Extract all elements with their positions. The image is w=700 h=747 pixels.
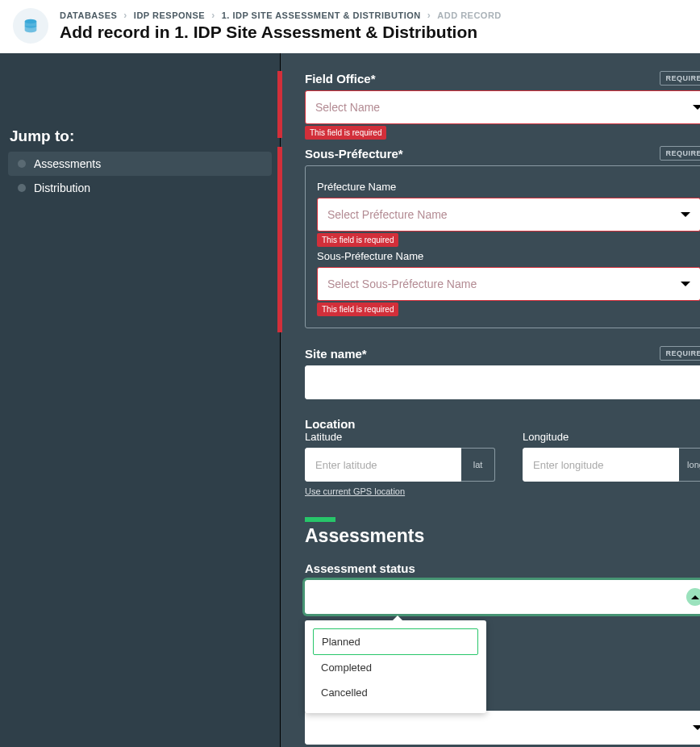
site-name-input[interactable] bbox=[305, 365, 700, 399]
section-title-assessments: Assessments bbox=[305, 525, 700, 547]
section-accent bbox=[305, 517, 335, 522]
required-indicator-strip bbox=[277, 71, 282, 138]
latitude-input[interactable] bbox=[305, 448, 461, 482]
longitude-label: Longitude bbox=[523, 431, 700, 443]
breadcrumb-idp-response[interactable]: IDP RESPONSE bbox=[134, 10, 205, 20]
sidebar: Jump to: Assessments Distribution bbox=[0, 53, 281, 747]
field-office-select[interactable]: Select Name bbox=[305, 90, 700, 124]
jump-to-label: Jump to: bbox=[0, 127, 280, 152]
required-badge: REQUIRED bbox=[660, 146, 700, 161]
prefecture-name-label: Préfecture Name bbox=[317, 181, 700, 193]
required-indicator-strip bbox=[277, 147, 282, 332]
assessment-status-field: Assessment status Planned Completed Canc… bbox=[305, 561, 700, 614]
long-unit-tag: long bbox=[679, 448, 700, 482]
collapsed-select[interactable] bbox=[305, 711, 700, 745]
breadcrumb-add-record: ADD RECORD bbox=[437, 10, 502, 20]
chevron-right-icon: › bbox=[123, 10, 127, 21]
latitude-label: Latitude bbox=[305, 431, 495, 443]
sidebar-item-label: Distribution bbox=[34, 182, 90, 194]
chevron-right-icon: › bbox=[211, 10, 215, 21]
dot-icon bbox=[18, 184, 26, 192]
chevron-right-icon: › bbox=[427, 10, 431, 21]
field-office-field: Field Office* REQUIRED Select Name This … bbox=[305, 71, 700, 140]
dropdown-option-planned[interactable]: Planned bbox=[313, 628, 478, 655]
sous-prefecture-select[interactable]: Select Sous-Préfecture Name bbox=[317, 267, 700, 301]
breadcrumb: DATABASES › IDP RESPONSE › 1. IDP SITE A… bbox=[60, 10, 502, 21]
sidebar-item-distribution[interactable]: Distribution bbox=[8, 176, 272, 200]
dot-icon bbox=[18, 160, 26, 168]
chevron-down-icon bbox=[693, 105, 700, 110]
select-placeholder: Select Sous-Préfecture Name bbox=[327, 278, 477, 290]
use-gps-link[interactable]: Use current GPS location bbox=[305, 486, 405, 496]
field-label: Sous-Préfecture* bbox=[305, 147, 403, 161]
sidebar-item-assessments[interactable]: Assessments bbox=[8, 152, 272, 176]
lat-unit-tag: lat bbox=[461, 448, 495, 482]
field-label: Location bbox=[305, 417, 700, 431]
chevron-down-icon bbox=[681, 282, 690, 286]
breadcrumb-databases[interactable]: DATABASES bbox=[60, 10, 117, 20]
dropdown-option-cancelled[interactable]: Cancelled bbox=[313, 680, 478, 705]
page-header: DATABASES › IDP RESPONSE › 1. IDP SITE A… bbox=[0, 0, 700, 53]
chevron-up-icon bbox=[686, 588, 700, 606]
sous-prefecture-name-label: Sous-Préfecture Name bbox=[317, 250, 700, 262]
chevron-down-icon bbox=[681, 212, 690, 217]
assessment-status-select[interactable] bbox=[305, 580, 700, 614]
site-name-field: Site name* REQUIRED bbox=[305, 346, 700, 399]
longitude-input[interactable] bbox=[523, 448, 679, 482]
error-message: This field is required bbox=[305, 126, 386, 140]
database-icon bbox=[13, 8, 48, 44]
location-field: Location Latitude lat Use current GPS lo… bbox=[305, 417, 700, 498]
sous-prefecture-field: Sous-Préfecture* REQUIRED Préfecture Nam… bbox=[305, 146, 700, 328]
required-badge: REQUIRED bbox=[660, 346, 700, 361]
select-placeholder: Select Name bbox=[315, 101, 380, 114]
field-label: Site name* bbox=[305, 347, 367, 361]
required-badge: REQUIRED bbox=[660, 71, 700, 86]
sidebar-item-label: Assessments bbox=[34, 157, 101, 170]
error-message: This field is required bbox=[317, 303, 398, 316]
error-message: This field is required bbox=[317, 233, 398, 247]
select-placeholder: Select Préfecture Name bbox=[327, 208, 448, 221]
field-label: Field Office* bbox=[305, 72, 376, 86]
form-area: Field Office* REQUIRED Select Name This … bbox=[281, 53, 700, 747]
page-title: Add record in 1. IDP Site Assessment & D… bbox=[60, 23, 502, 42]
field-label: Assessment status bbox=[305, 561, 700, 575]
prefecture-select[interactable]: Select Préfecture Name bbox=[317, 198, 700, 232]
chevron-down-icon bbox=[693, 725, 700, 730]
breadcrumb-site-assessment[interactable]: 1. IDP SITE ASSESSMENT & DISTRIBUTION bbox=[222, 10, 421, 20]
dropdown-option-completed[interactable]: Completed bbox=[313, 655, 478, 680]
sous-prefecture-group: Préfecture Name Select Préfecture Name T… bbox=[305, 165, 700, 328]
assessment-status-dropdown: Planned Completed Cancelled bbox=[305, 620, 486, 713]
